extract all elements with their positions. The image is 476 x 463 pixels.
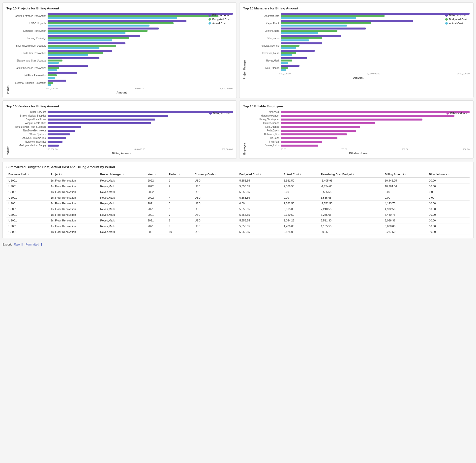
budget-bar [281,60,292,62]
table-cell: 2022 [146,189,167,195]
table-row: US0011st Floor RenovationReyes,Mark20218… [6,218,470,223]
col-actual[interactable]: Actual Cost ⇕ [282,171,319,178]
billing-bar [48,72,77,74]
budget-bar [48,67,59,69]
bar-row: Hospital Entrance Renovation [10,13,233,19]
table-cell: 2021 [146,201,167,206]
table-cell: Reyes,Mark [98,218,146,223]
col-budgeted[interactable]: Budgeted Cost ⇕ [237,171,282,178]
bar-label: HVAC Upgrade [10,22,46,25]
table-cell: 3,235.05 [319,212,383,218]
table-cell: 0.00 [237,201,282,206]
col-billable-hrs[interactable]: Billable Hours ⇕ [427,171,470,178]
employees-chart-panel: Top 10 Billable Employees Billable Hours… [239,100,474,159]
x-tick: 600,000.00 [222,148,233,151]
bar-label: Stevenson,Laura [247,52,279,55]
table-cell: 2,762.50 [282,201,319,206]
table-cell: 10.00 [427,229,470,235]
table-cell: USD [193,184,237,189]
mgr-budget-dot [445,18,448,21]
x-tick: 500,000.00 [46,87,58,90]
download-raw-icon: ⬇ [21,243,24,247]
table-cell: US001 [6,218,49,223]
bar-row: Ballamos,Bon [247,133,470,136]
bar-row: Kapur,Frank [247,20,470,27]
col-pm[interactable]: Project Manager ⇕ [98,171,146,178]
bar-label: Ballamos,Bon [247,133,279,136]
budget-bar [48,82,53,84]
bar-label: Imaging Equipment Upgrade [10,44,46,47]
bar-row: Martin,Alexander [247,114,470,117]
billing-bar [48,42,125,44]
actual-bar [48,84,51,86]
employees-legend: Billable Hours [446,112,467,115]
single-bar [281,119,422,121]
col-remaining[interactable]: Remaining Cost Budget ⇕ [319,171,383,178]
budget-bar [281,52,296,54]
export-raw-link[interactable]: Raw ⬇ [14,243,24,247]
bar-row: Flyn,Paul [247,140,470,143]
bars-group [48,122,233,124]
table-cell: 2,320.50 [282,212,319,218]
x-tick: 1,500,000.00 [456,72,470,75]
single-bar [281,141,322,143]
bar-label: Cafeteria Renovation [10,30,46,32]
table-cell: USD [193,195,237,201]
export-formatted-link[interactable]: Formatted ⬇ [26,243,43,247]
bar-row: Riger Services [10,111,233,113]
table-cell: US001 [6,195,49,201]
budget-bar [281,22,371,24]
sort-pm: ⇕ [122,173,124,176]
bar-label: Third Floor Renovation [10,52,46,55]
actual-bar [281,54,292,56]
single-bar [48,111,233,113]
actual-bar [281,39,309,41]
single-bar [48,141,62,143]
x-tick: 300.00 [402,148,409,151]
budget-bar [48,22,174,24]
bars-group [48,50,233,56]
managers-chart-inner: Project Manager Andreotti,RitaKapur,Fran… [243,13,470,79]
col-year[interactable]: Year ⇕ [146,171,167,178]
bar-label: Andreotti,Rita [247,15,279,17]
table-cell: 2021 [146,206,167,212]
bar-label: Neri,Orlando [247,67,279,69]
col-business-unit[interactable]: Business Unit ⇕ [6,171,49,178]
single-bar [281,122,375,124]
bar-row: Third Floor Renovation [10,50,233,56]
table-cell: 5 [167,201,193,206]
table-cell: 10.00 [427,223,470,229]
table-header: Business Unit ⇕ Project ⇕ Project Manage… [6,171,470,178]
bar-label: Reinolds,Quennie [247,44,279,47]
col-project[interactable]: Project ⇕ [49,171,98,178]
col-billing[interactable]: Billing Amount ⇕ [383,171,427,178]
col-currency[interactable]: Currency Code ⇕ [193,171,237,178]
bar-row: Bayard Healthcare [10,118,233,121]
bar-row: Zinn,Vicki [247,111,470,113]
table-cell: 2021 [146,218,167,223]
bar-label: Parking Redesign [10,37,46,40]
table-cell: 1st Floor Renovation [49,212,98,218]
table-cell: Reyes,Mark [98,223,146,229]
legend-budget: Budgeted Cost [208,18,230,21]
bars-group [281,35,470,41]
col-period[interactable]: Period ⇕ [167,171,193,178]
mgr-actual-dot [445,22,448,25]
sort-billable-hrs: ⇕ [448,173,450,176]
table-cell: USD [193,229,237,235]
mgr-budget-label: Budgeted Cost [449,18,467,21]
table-cell: 1st Floor Renovation [49,201,98,206]
single-bar [281,145,318,147]
table-cell: Reyes,Mark [98,201,146,206]
bar-row: Waxis Systems [10,133,233,136]
bar-row: Gunter,Joanne [247,122,470,124]
table-cell: 10.00 [427,184,470,189]
table-cell: 4 [167,195,193,201]
table-cell: 1st Floor Renovation [49,223,98,229]
summary-table: Business Unit ⇕ Project ⇕ Project Manage… [6,171,470,235]
managers-bar-chart: Andreotti,RitaKapur,FrankJenkins,NoraSil… [247,13,470,71]
projects-x-label: Amount [10,91,233,94]
bars-group [48,72,233,79]
single-bar [48,115,168,117]
bar-row: NewDimeTechnology [10,129,233,132]
